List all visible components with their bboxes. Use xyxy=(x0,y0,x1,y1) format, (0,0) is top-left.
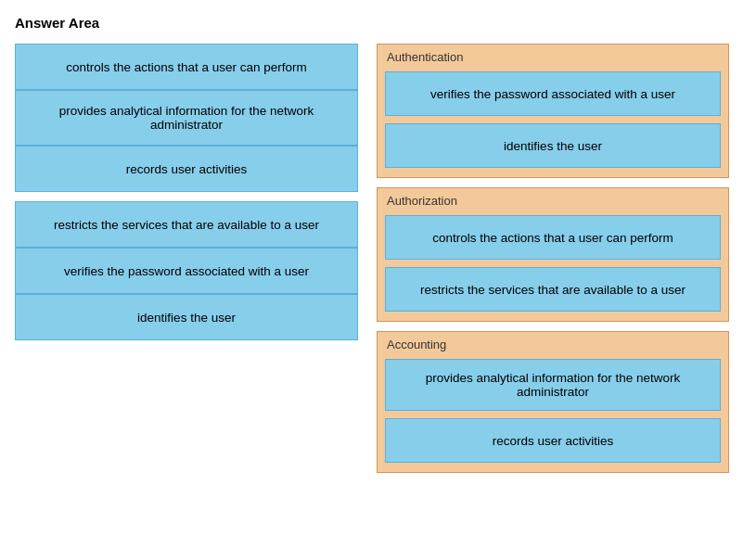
category-title-authentication: Authentication xyxy=(385,50,721,64)
category-box-accounting: Accountingprovides analytical informatio… xyxy=(377,331,729,473)
category-items-authorization: controls the actions that a user can per… xyxy=(385,215,721,312)
category-box-authorization: Authorizationcontrols the actions that a… xyxy=(377,187,729,322)
page-title: Answer Area xyxy=(15,15,741,31)
left-item-left-provides: provides analytical information for the … xyxy=(15,90,358,146)
right-item-auth-verifies: verifies the password associated with a … xyxy=(385,71,721,116)
right-item-auth-identifies: identifies the user xyxy=(385,123,721,168)
right-item-authz-controls: controls the actions that a user can per… xyxy=(385,215,721,260)
left-gap xyxy=(15,192,358,201)
main-layout: controls the actions that a user can per… xyxy=(15,44,741,473)
category-box-authentication: Authenticationverifies the password asso… xyxy=(377,44,729,178)
right-item-acc-provides: provides analytical information for the … xyxy=(385,359,721,411)
right-column: Authenticationverifies the password asso… xyxy=(377,44,729,473)
category-title-accounting: Accounting xyxy=(385,338,721,351)
left-column: controls the actions that a user can per… xyxy=(15,44,358,340)
category-items-authentication: verifies the password associated with a … xyxy=(385,71,721,168)
category-title-authorization: Authorization xyxy=(385,194,721,208)
left-item-left-identifies: identifies the user xyxy=(15,294,358,340)
left-item-left-restricts: restricts the services that are availabl… xyxy=(15,201,358,248)
right-item-acc-records: records user activities xyxy=(385,418,721,463)
left-item-left-controls: controls the actions that a user can per… xyxy=(15,44,358,90)
left-item-left-verifies: verifies the password associated with a … xyxy=(15,248,358,294)
category-items-accounting: provides analytical information for the … xyxy=(385,359,721,463)
left-item-left-records: records user activities xyxy=(15,146,358,192)
right-item-authz-restricts: restricts the services that are availabl… xyxy=(385,267,721,312)
